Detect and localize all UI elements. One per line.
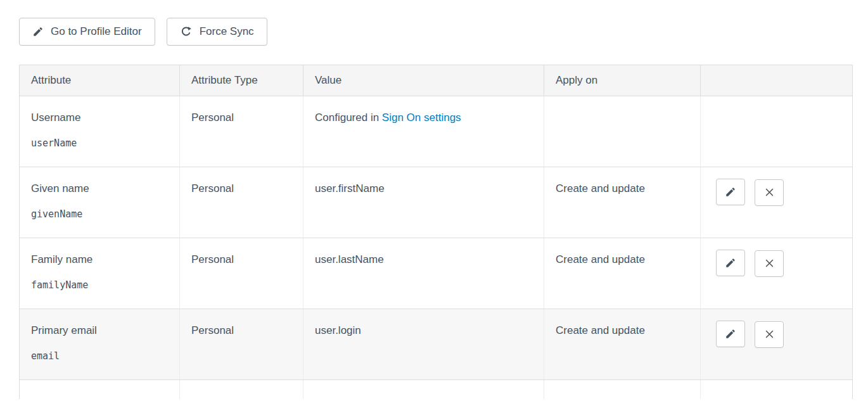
attribute-label: Given name [31,182,168,195]
apply-on: Create and update [544,238,701,309]
delete-attribute-button[interactable] [755,179,784,206]
edit-attribute-button[interactable] [716,250,745,276]
attribute-type: Personal [180,167,303,238]
column-header-attribute-type: Attribute Type [180,65,303,96]
attribute-variable: givenName [31,208,168,220]
attribute-label: Family name [31,253,168,266]
attribute-type: Personal [180,238,303,309]
close-icon [764,329,775,340]
table-row: Family namefamilyNamePersonaluser.lastNa… [20,238,853,309]
table-header: Attribute Attribute Type Value Apply on [20,65,853,96]
delete-attribute-button[interactable] [755,250,784,277]
table-row-partial [20,380,853,400]
toolbar: Go to Profile Editor Force Sync [19,18,852,46]
attribute-label: Username [31,112,168,124]
attribute-mappings-table: Attribute Attribute Type Value Apply on … [19,65,853,399]
pencil-icon [725,186,736,198]
attribute-type: Personal [180,96,303,167]
edit-attribute-button[interactable] [716,321,745,347]
column-header-actions [701,65,853,96]
attribute-variable: familyName [31,279,168,291]
refresh-icon [180,25,193,38]
attribute-mappings-page: Go to Profile Editor Force Sync Attribut… [0,0,868,399]
table-header-row: Attribute Attribute Type Value Apply on [20,65,853,96]
sign-on-settings-link[interactable]: Sign On settings [382,112,461,124]
pencil-icon [725,328,736,340]
table-row: Given namegivenNamePersonaluser.firstNam… [20,167,853,238]
attribute-variable: userName [31,137,168,149]
go-to-profile-editor-button[interactable]: Go to Profile Editor [19,18,155,46]
apply-on [544,96,701,167]
attribute-variable: email [31,350,168,362]
value-text: user.login [315,324,361,336]
column-header-attribute: Attribute [20,65,180,96]
edit-attribute-button[interactable] [716,179,745,205]
table-row: Primary emailemailPersonaluser.loginCrea… [20,309,853,380]
force-sync-button[interactable]: Force Sync [167,18,267,46]
pencil-icon [725,257,736,269]
force-sync-label: Force Sync [200,25,254,38]
value-text: user.lastName [315,253,384,265]
value-text: user.firstName [315,182,385,194]
pencil-icon [32,26,44,37]
apply-on: Create and update [544,167,701,238]
close-icon [764,258,775,269]
close-icon [764,187,775,198]
go-to-profile-editor-label: Go to Profile Editor [51,25,142,38]
apply-on: Create and update [544,309,701,380]
attribute-type: Personal [180,309,303,380]
value-text: Configured in [315,112,382,124]
delete-attribute-button[interactable] [755,321,784,348]
column-header-apply-on: Apply on [544,65,701,96]
table-row: UsernameuserNamePersonalConfigured in Si… [20,96,853,167]
attribute-label: Primary email [31,324,168,337]
table-body: UsernameuserNamePersonalConfigured in Si… [20,96,853,400]
column-header-value: Value [303,65,544,96]
